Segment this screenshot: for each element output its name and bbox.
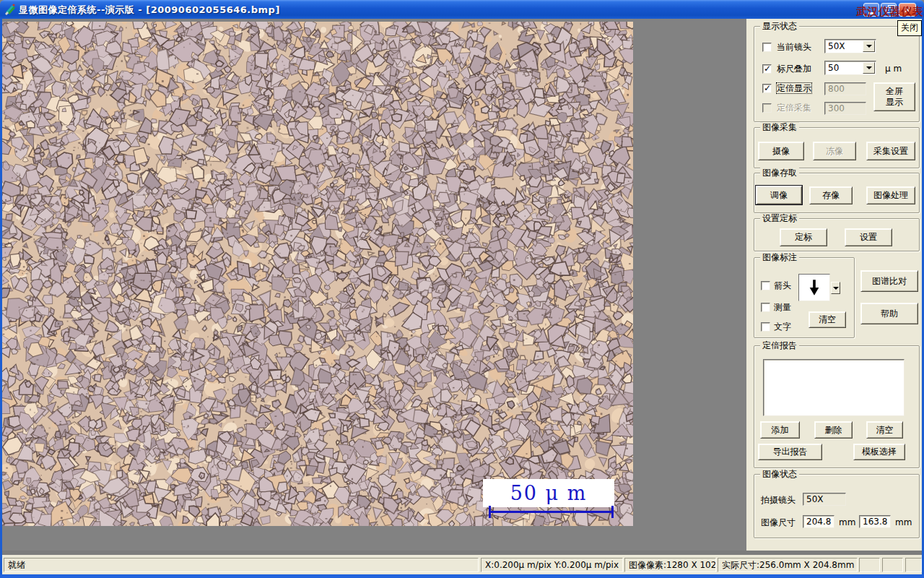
arrow-style-dropdown-button[interactable] [831,282,840,294]
load-image-button[interactable]: 调像 [756,186,802,204]
scale-bar-tick-left [489,506,491,518]
restore-button[interactable] [881,3,897,17]
fixed-capture-checkbox [762,103,772,113]
ruler-overlay-checkbox[interactable] [762,64,772,74]
minimize-button[interactable] [863,3,879,17]
fixed-capture-input: 300 [824,102,866,115]
fullscreen-button-line1: 全屏 [886,86,903,97]
status-pixel-scale: X:0.200μ m/pix Y:0.200μ m/pix [481,558,623,572]
arrow-down-glyph [808,277,821,298]
annotation-measure-label: 测量 [774,302,791,312]
ruler-value-dropdown-button[interactable] [863,62,875,74]
chevron-down-icon [866,66,872,69]
image-height-field[interactable]: 163.8 [859,515,891,528]
report-listbox[interactable] [763,359,905,416]
ruler-unit-label: μ m [885,64,902,74]
group-calibration: 设置定标 [754,218,920,251]
group-image-status-title: 图像状态 [760,469,799,479]
atlas-compare-button[interactable]: 图谱比对 [860,270,918,292]
shoot-button[interactable]: 摄像 [758,142,804,160]
report-template-button[interactable]: 模板选择 [853,444,905,460]
annotation-arrow-label: 箭头 [774,280,791,290]
group-report-title: 定倍报告 [760,340,799,350]
status-bar: 就绪 X:0.200μ m/pix Y:0.200μ m/pix 图像像素:12… [2,555,922,574]
minimize-icon [868,12,875,14]
image-height-unit: mm [895,517,912,527]
report-export-button[interactable]: 导出报告 [758,444,822,460]
image-size-label: 图像尺寸 [761,517,796,527]
report-remove-button[interactable]: 删除 [814,421,853,439]
close-tooltip: 关闭 [897,20,922,36]
window-title: 显微图像定倍系统--演示版 - [20090602055646.bmp] [19,4,280,17]
lens-used-label: 拍摄镜头 [761,495,796,505]
fixed-display-label: 定倍显示 [777,83,811,93]
current-lens-combobox[interactable]: 50X [824,39,876,53]
app-icon [4,3,17,15]
freeze-button: 冻像 [813,142,856,160]
annotation-arrow-checkbox[interactable] [761,281,770,290]
scale-bar-tick-right [611,506,614,518]
fullscreen-button[interactable]: 全屏 显示 [873,82,915,111]
annotation-text-label: 文字 [774,322,791,332]
arrow-style-selector[interactable] [798,274,830,301]
ruler-value: 50 [828,63,839,73]
fixed-capture-label: 定倍采集 [777,103,811,113]
app-window: 显微图像定倍系统--演示版 - [20090602055646.bmp] ✕ 武… [0,0,924,578]
calibrate-button[interactable]: 定标 [780,228,827,246]
scale-bar-panel: 50 μ m [483,479,614,507]
image-process-button[interactable]: 图像处理 [866,186,915,204]
control-panel: 显示状态 当前镜头 50X 标尺叠加 50 μ m 定倍显示 800 定倍采集 … [746,19,922,555]
window-border-bottom [0,574,924,578]
status-image-pixels: 图像像素:1280 X 1024 [624,558,716,572]
group-display-status-title: 显示状态 [760,21,799,31]
current-lens-label: 当前镜头 [777,42,811,52]
group-calibration-title: 设置定标 [760,213,799,223]
calibration-settings-button[interactable]: 设置 [845,228,892,246]
micrograph-viewport[interactable]: 50 μ m [2,22,633,526]
group-annotation-title: 图像标注 [760,252,799,262]
close-button[interactable]: ✕ [899,3,916,17]
annotation-clear-button[interactable]: 清空 [808,311,846,328]
group-image-storage-title: 图像存取 [760,168,799,178]
fixed-display-input: 800 [824,82,866,95]
lens-used-field: 50X [803,493,846,506]
current-lens-dropdown-button[interactable] [863,40,875,52]
save-image-button[interactable]: 存像 [809,186,853,204]
report-add-button[interactable]: 添加 [760,421,800,439]
chevron-down-icon [866,45,872,48]
scale-bar-line [489,511,614,513]
ruler-value-combobox[interactable]: 50 [824,61,876,75]
title-bar: 显微图像定倍系统--演示版 - [20090602055646.bmp] ✕ 武… [0,0,924,19]
current-lens-value: 50X [828,41,845,51]
micrograph-image[interactable] [2,22,633,526]
status-empty-2 [882,558,903,572]
report-clear-button[interactable]: 清空 [866,421,903,439]
status-actual-size: 实际尺寸:256.0mm X 204.8mm [718,558,858,572]
capture-settings-button[interactable]: 采集设置 [866,142,915,160]
group-image-capture-title: 图像采集 [760,122,799,132]
help-button[interactable]: 帮助 [860,303,918,324]
current-lens-checkbox[interactable] [762,43,772,52]
scale-bar-label: 50 μ m [510,483,588,503]
ruler-overlay-label: 标尺叠加 [777,64,811,74]
annotation-measure-checkbox[interactable] [761,303,770,312]
status-ready: 就绪 [4,558,479,572]
restore-icon [886,7,892,13]
status-empty-1 [859,558,880,572]
fullscreen-button-line2: 显示 [886,97,903,108]
chevron-down-icon [833,287,839,290]
image-width-unit: mm [839,517,855,527]
close-icon: ✕ [904,6,911,14]
annotation-text-checkbox[interactable] [761,322,770,332]
status-empty-3 [905,558,922,572]
fixed-display-checkbox[interactable] [762,84,772,93]
image-width-field[interactable]: 204.8 [803,515,834,528]
group-image-status: 图像状态 [754,474,920,538]
